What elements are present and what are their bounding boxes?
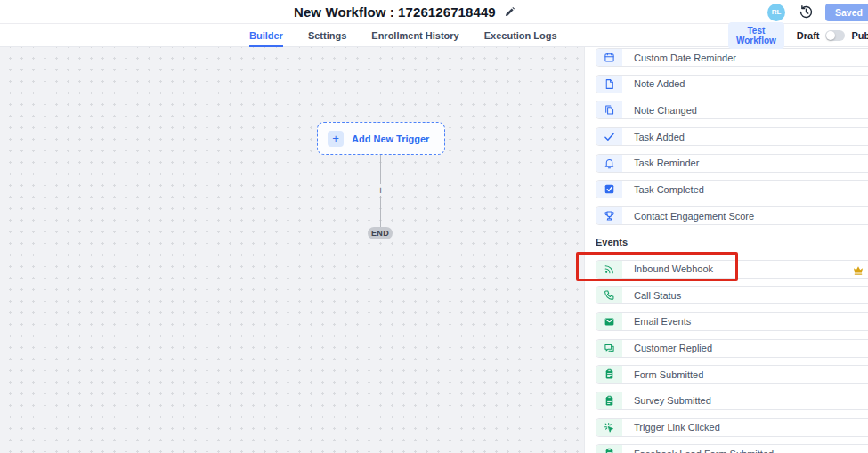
- trigger-item-label: Call Status: [622, 287, 681, 303]
- avatar[interactable]: RL: [767, 4, 785, 21]
- trigger-item-label: Task Reminder: [622, 155, 699, 172]
- header-right-cluster: RL Saved: [767, 0, 868, 24]
- tab-enrollment-history[interactable]: Enrollment History: [371, 24, 458, 47]
- trigger-item-task-added[interactable]: Task Added: [596, 127, 868, 146]
- edit-title-pencil-icon[interactable]: [504, 6, 515, 18]
- trigger-item-label: Customer Replied: [622, 340, 712, 357]
- webhook-icon: [596, 261, 622, 278]
- trigger-item-label: Trigger Link Clicked: [622, 419, 720, 436]
- trigger-item-note-added[interactable]: Note Added: [596, 75, 868, 93]
- tabbar-right-cluster: Test Workflow Draft Publish: [728, 24, 868, 47]
- trigger-item-task-completed[interactable]: Task Completed: [596, 180, 868, 198]
- trigger-item-label: Form Submitted: [622, 366, 703, 383]
- plus-icon: +: [328, 131, 344, 147]
- tab-execution-logs[interactable]: Execution Logs: [484, 24, 557, 47]
- check-icon: [596, 128, 622, 145]
- trigger-item-label: Contact Engagement Score: [622, 207, 754, 224]
- trigger-item-email-events[interactable]: Email Events: [596, 312, 868, 331]
- clipboard-icon: [596, 366, 622, 383]
- end-node: END: [368, 227, 393, 239]
- trigger-item-facebook-lead-form-submitted[interactable]: Facebook Lead Form Submitted: [596, 444, 868, 453]
- trigger-item-inbound-webhook[interactable]: Inbound Webhook: [596, 260, 868, 279]
- add-new-trigger-button[interactable]: + Add New Trigger: [317, 122, 445, 155]
- trigger-item-label: Custom Date Reminder: [622, 49, 736, 66]
- chat-icon: [596, 340, 622, 357]
- trigger-item-label: Facebook Lead Form Submitted: [622, 445, 774, 453]
- add-step-plus-icon[interactable]: +: [375, 184, 386, 196]
- clipboard-icon: [596, 392, 622, 409]
- note-icon: [596, 76, 622, 93]
- workflow-canvas[interactable]: + Add New Trigger + END: [0, 47, 584, 453]
- task-complete-icon: [596, 181, 622, 198]
- publish-toggle[interactable]: [825, 30, 845, 41]
- clipboard-icon: [596, 445, 622, 453]
- trigger-item-label: Note Changed: [622, 101, 697, 118]
- trigger-item-label: Email Events: [622, 313, 691, 330]
- draft-label: Draft: [797, 30, 820, 41]
- note-copy-icon: [596, 101, 622, 118]
- trophy-icon: [596, 207, 622, 224]
- workflow-title: New Workflow : 1726126718449: [294, 4, 496, 20]
- trigger-item-label: Inbound Webhook: [622, 261, 713, 278]
- trigger-item-custom-date-reminder[interactable]: Custom Date Reminder: [596, 48, 868, 67]
- workflow-title-group: New Workflow : 1726126718449: [294, 0, 515, 24]
- trigger-item-label: Note Added: [622, 76, 685, 93]
- trigger-picker-sidebar[interactable]: Custom Date ReminderNote AddedNote Chang…: [584, 47, 868, 453]
- tab-list: BuilderSettingsEnrollment HistoryExecuti…: [249, 24, 557, 47]
- trigger-list: Custom Date ReminderNote AddedNote Chang…: [585, 47, 868, 453]
- cursor-click-icon: [596, 419, 622, 436]
- version-history-icon[interactable]: [799, 4, 814, 20]
- tab-settings[interactable]: Settings: [308, 24, 346, 47]
- tab-builder[interactable]: Builder: [249, 24, 283, 47]
- workflow-builder-app: New Workflow : 1726126718449 RL Saved Bu…: [0, 0, 868, 453]
- toggle-knob: [826, 31, 835, 40]
- app-header: New Workflow : 1726126718449 RL Saved: [0, 0, 868, 24]
- trigger-item-label: Task Completed: [622, 181, 704, 198]
- trigger-item-form-submitted[interactable]: Form Submitted: [596, 365, 868, 384]
- trigger-item-trigger-link-clicked[interactable]: Trigger Link Clicked: [596, 418, 868, 437]
- test-workflow-button[interactable]: Test Workflow: [728, 22, 784, 49]
- calendar-icon: [596, 49, 622, 66]
- sidebar-section-header-events: Events: [596, 233, 868, 252]
- trigger-item-customer-replied[interactable]: Customer Replied: [596, 339, 868, 358]
- publish-label: Publish: [851, 30, 868, 41]
- tab-bar: BuilderSettingsEnrollment HistoryExecuti…: [0, 24, 868, 47]
- trigger-item-call-status[interactable]: Call Status: [596, 286, 868, 304]
- trigger-item-note-changed[interactable]: Note Changed: [596, 101, 868, 119]
- saved-button[interactable]: Saved: [825, 4, 868, 21]
- add-new-trigger-label: Add New Trigger: [352, 133, 429, 144]
- trigger-item-survey-submitted[interactable]: Survey Submitted: [596, 392, 868, 410]
- phone-icon: [596, 287, 622, 303]
- mail-icon: [596, 313, 622, 330]
- crown-icon: [852, 263, 864, 276]
- trigger-item-label: Task Added: [622, 128, 685, 145]
- bell-icon: [596, 155, 622, 172]
- trigger-item-task-reminder[interactable]: Task Reminder: [596, 154, 868, 173]
- trigger-item-contact-engagement-score[interactable]: Contact Engagement Score: [596, 206, 868, 225]
- trigger-item-label: Survey Submitted: [622, 392, 711, 409]
